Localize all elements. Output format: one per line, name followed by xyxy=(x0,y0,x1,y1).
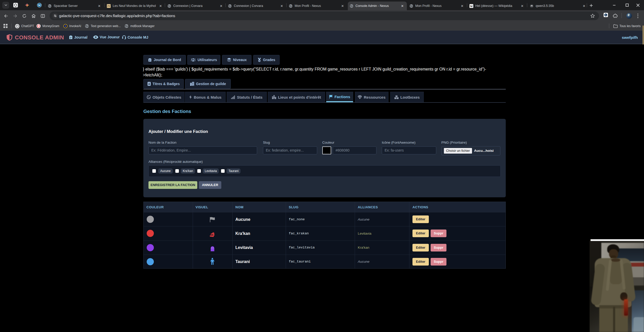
svg-text:W: W xyxy=(38,4,41,7)
svg-text:W: W xyxy=(470,4,473,7)
